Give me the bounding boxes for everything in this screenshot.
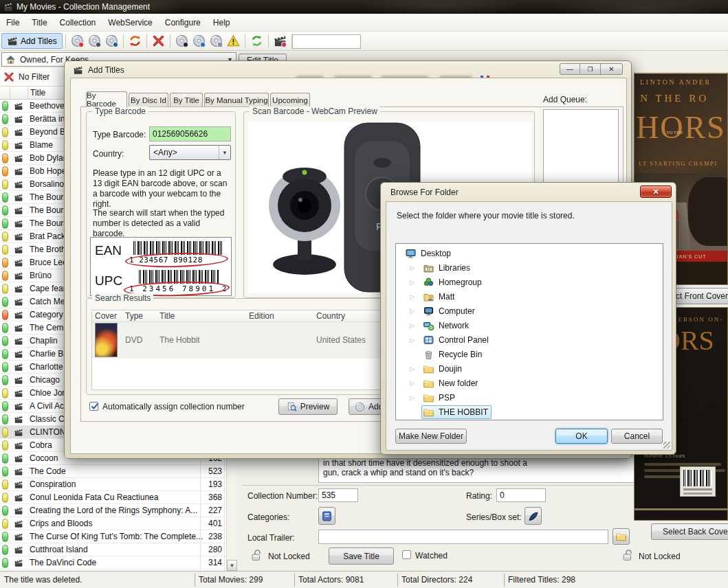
expand-arrow-icon[interactable]: ▷ — [404, 279, 421, 286]
toolbar-icons — [63, 33, 295, 49]
cancel-button[interactable]: Cancel — [611, 429, 663, 444]
movie-title: Charlotte — [30, 362, 63, 372]
categories-label: Categories: — [247, 512, 289, 522]
browse-trailer-button[interactable] — [613, 528, 630, 545]
tree-item-label: PSP — [439, 393, 455, 403]
movie-row[interactable]: Conul Leonida Fata Cu Reactiunea368 — [0, 491, 237, 504]
delete-icon[interactable] — [150, 33, 167, 49]
tree-item-label: Network — [439, 321, 469, 330]
tree-item-matt[interactable]: ▷Matt — [396, 289, 663, 304]
movie-title: A Civil Act — [30, 401, 66, 411]
lock-icon[interactable] — [621, 547, 635, 563]
tree-item-network[interactable]: ▷Network — [396, 318, 663, 332]
upc-label: UPC — [95, 273, 122, 289]
movie-row[interactable]: Crips and Bloods401 — [0, 517, 237, 530]
expand-arrow-icon[interactable]: ▷ — [404, 293, 421, 300]
local-trailer-field[interactable] — [318, 530, 608, 544]
movie-row[interactable]: Creating the Lord of the Rings Symphony:… — [0, 504, 237, 517]
window-titlebar[interactable]: My Movies - Collection Management — [0, 0, 728, 14]
tab-by-title[interactable]: By Title — [170, 93, 203, 106]
expand-arrow-icon[interactable]: ▷ — [404, 365, 421, 372]
resize-grip[interactable] — [663, 442, 670, 449]
save-title-button[interactable]: Save Title — [329, 547, 394, 565]
auto-assign-label: Automatically assign collection number — [102, 402, 245, 411]
expand-arrow-icon[interactable]: ▷ — [404, 322, 421, 329]
disc-covers-icon[interactable] — [208, 33, 225, 49]
menu-collection[interactable]: Collection — [54, 15, 102, 30]
refresh-icon[interactable] — [248, 33, 265, 49]
movie-row[interactable]: Conspiration193 — [0, 478, 237, 491]
collection-number-field[interactable]: 535 — [318, 488, 358, 502]
tree-item-psp[interactable]: ▷PSP — [396, 390, 663, 405]
close-button[interactable]: ✕ — [601, 63, 623, 75]
tree-item-homegroup[interactable]: ▷Homegroup — [396, 275, 663, 289]
add-titles-button[interactable]: Add Titles — [1, 33, 63, 49]
tab-by-manual-typing[interactable]: By Manual Typing — [204, 93, 269, 106]
movie-title: Chicago — [30, 375, 60, 385]
menu-webservice[interactable]: WebService — [102, 15, 158, 30]
sync-icon[interactable] — [126, 33, 144, 49]
lock-icon[interactable] — [250, 547, 263, 563]
filtered-titles: Filtered Titles: 298 — [508, 575, 575, 585]
tab-by-barcode[interactable]: By Barcode — [86, 91, 127, 107]
disc-import-icon[interactable] — [86, 33, 103, 49]
warning-icon[interactable] — [225, 33, 242, 49]
tree-item-recycle-bin[interactable]: Recycle Bin — [396, 347, 663, 361]
tree-item-the-hobbit[interactable]: THE HOBBIT — [396, 405, 663, 419]
movie-row[interactable]: Cutthroat Island280 — [0, 543, 237, 556]
maximize-button[interactable]: ❐ — [580, 63, 601, 75]
rating-field[interactable]: 0 — [496, 488, 546, 502]
expand-arrow-icon[interactable]: ▷ — [404, 380, 421, 387]
menu-title[interactable]: Title — [25, 15, 53, 30]
status-pill-icon — [2, 323, 8, 333]
scroll-down-icon[interactable]: ▼ — [227, 560, 237, 571]
minimize-button[interactable]: — — [560, 63, 580, 75]
movie-row[interactable]: The Code523 — [0, 465, 237, 478]
tree-item-doujin[interactable]: ▷Doujin — [396, 361, 663, 376]
country-label: Country: — [93, 149, 124, 159]
tree-item-desktop[interactable]: Desktop — [396, 246, 663, 260]
expand-arrow-icon[interactable]: ▷ — [404, 308, 421, 315]
tree-item-libraries[interactable]: ▷Libraries — [396, 260, 663, 275]
expand-arrow-icon[interactable]: ▷ — [404, 337, 421, 343]
status-pill-icon — [2, 218, 8, 229]
ok-button[interactable]: OK — [555, 429, 608, 444]
disc-profile-icon[interactable] — [190, 33, 208, 49]
movie-row[interactable]: The Curse Of King Tut's Tomb: The Comple… — [0, 530, 237, 543]
country-dropdown[interactable]: <Any> ▼ — [149, 145, 231, 160]
disc-export-icon[interactable] — [103, 33, 120, 49]
watched-checkbox[interactable] — [402, 550, 411, 559]
movie-title: Classic Ch — [30, 414, 69, 424]
make-new-folder-button[interactable]: Make New Folder — [395, 429, 467, 444]
series-box-set-button[interactable] — [525, 507, 542, 525]
menu-help[interactable]: Help — [207, 15, 236, 30]
ean-label: EAN — [95, 243, 122, 258]
tree-item-new-folder[interactable]: ▷New folder — [396, 376, 663, 390]
categories-button[interactable] — [318, 507, 335, 525]
disc-update-icon[interactable] — [69, 33, 86, 49]
clapper-icon — [14, 558, 23, 567]
expand-arrow-icon[interactable]: ▷ — [404, 264, 421, 271]
close-button[interactable]: ✕ — [640, 185, 672, 198]
clapper-filter-icon[interactable] — [272, 33, 289, 49]
tab-by-disc-id[interactable]: By Disc Id — [129, 93, 168, 106]
dialog-body: Select the folder where your movie title… — [386, 201, 672, 451]
expand-arrow-icon[interactable]: ▷ — [404, 394, 421, 401]
title-filter-input[interactable] — [292, 34, 361, 49]
tree-item-control-panel[interactable]: ▷Control Panel — [396, 332, 663, 347]
movie-title: The Bourn — [30, 218, 68, 228]
menu-configure[interactable]: Configure — [159, 15, 207, 30]
movie-row[interactable]: The DaVinci Code314 — [0, 556, 237, 569]
select-back-cover-button[interactable]: Select Back Cover — [651, 523, 728, 540]
disc-webcam-icon[interactable] — [173, 33, 190, 49]
auto-assign-checkbox[interactable] — [89, 402, 98, 411]
tab-upcoming[interactable]: Upcoming — [270, 93, 310, 106]
menu-file[interactable]: File — [0, 15, 25, 30]
status-pill-icon — [2, 440, 8, 451]
not-locked-label: Not Locked — [639, 552, 681, 561]
folder-icon — [423, 392, 434, 403]
toolbar-separator — [146, 34, 147, 48]
barcode-input[interactable]: 012569056626 — [149, 126, 231, 142]
preview-button[interactable]: Preview — [278, 398, 338, 415]
tree-item-computer[interactable]: ▷Computer — [396, 304, 663, 318]
